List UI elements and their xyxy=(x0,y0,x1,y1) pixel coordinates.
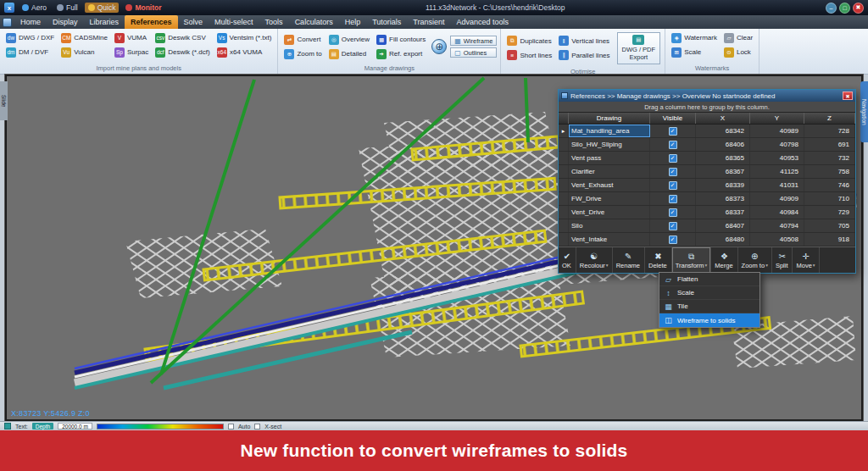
ribbon-button[interactable]: ▱ Clear xyxy=(721,30,755,45)
table-row[interactable]: Vent_Intake 68480 40508 918 xyxy=(559,233,855,247)
panel-toolbar-button[interactable]: ☯ Recolour▾ xyxy=(576,247,613,273)
panel-toolbar-button[interactable]: ✔ OK xyxy=(559,247,576,273)
quick-access-item[interactable]: Full xyxy=(53,3,81,13)
table-row[interactable]: Clarifier 68367 41125 758 xyxy=(559,165,855,179)
menu-tab[interactable]: Display xyxy=(47,15,84,29)
ribbon-button[interactable]: ∥ Parallel lines xyxy=(556,48,612,63)
group-by-dropzone[interactable]: Drag a column here to group by this colu… xyxy=(559,102,855,113)
visible-checkbox[interactable] xyxy=(669,208,677,217)
dropdown-menu-item[interactable]: ◫ Wireframe to solids xyxy=(659,313,760,327)
table-row[interactable]: Vent pass 68365 40953 732 xyxy=(559,152,855,165)
ribbon-button[interactable]: Vs Ventsim (*.txt) xyxy=(214,30,275,45)
quick-access-item[interactable]: Monitor xyxy=(122,3,164,13)
ribbon-button[interactable]: ⊞ Scale xyxy=(669,45,720,59)
ribbon-button[interactable]: Sp Surpac xyxy=(112,45,151,59)
ribbon-button[interactable]: CM CADSMine xyxy=(58,30,110,45)
dwg-pdf-export-button[interactable]: ▤ DWG / PDF Export xyxy=(617,32,661,64)
ribbon-button[interactable]: ≡ Short lines xyxy=(504,48,554,63)
quick-access-item[interactable]: Quick xyxy=(85,3,120,13)
drawing-name-cell[interactable]: Vent_Drive xyxy=(569,206,650,219)
ribbon-button[interactable]: Vu Vulcan xyxy=(58,45,110,59)
menu-tab[interactable]: Tutorials xyxy=(366,15,407,29)
ribbon-button[interactable]: dcf Deswik (*.dcf) xyxy=(153,45,212,59)
depth-chip[interactable]: Depth xyxy=(32,423,53,429)
ribbon-button[interactable]: ⧉ Duplicates xyxy=(504,34,554,48)
drawing-name-cell[interactable]: Vent_Intake xyxy=(569,233,650,246)
visible-checkbox[interactable] xyxy=(669,127,677,136)
menu-tab[interactable]: Calculators xyxy=(289,15,339,29)
ribbon-button[interactable]: ➔ Ref. export xyxy=(374,47,428,61)
xsect-checkbox[interactable] xyxy=(254,424,260,429)
ribbon-button[interactable]: ▤ Detailed xyxy=(326,47,372,61)
viewport-3d[interactable]: X:83723 Y:5426.9 Z:0 References >> Manag… xyxy=(5,75,863,421)
drawing-name-cell[interactable]: Clarifier xyxy=(569,165,650,178)
visible-checkbox[interactable] xyxy=(669,236,677,244)
depth-value-field[interactable]: 20000.0 m xyxy=(58,423,92,429)
menu-tab[interactable]: Libraries xyxy=(84,15,125,29)
auto-checkbox[interactable] xyxy=(228,424,234,429)
ribbon-button[interactable]: dm DM / DVF xyxy=(3,45,57,59)
column-header-visible[interactable]: Visible xyxy=(650,113,696,124)
visible-checkbox[interactable] xyxy=(669,195,677,203)
wireframe-toggle-button[interactable]: ▦ Wireframe xyxy=(450,36,497,46)
close-icon[interactable]: ✖ xyxy=(843,91,853,100)
drawing-name-cell[interactable]: Vent pass xyxy=(569,152,650,164)
navigation-flyout-tab[interactable]: Navigation xyxy=(860,81,868,142)
drawing-name-cell[interactable]: Mat_handling_area xyxy=(569,125,650,137)
outlines-toggle-button[interactable]: ▢ Outlines xyxy=(450,47,497,58)
dropdown-menu-item[interactable]: ↕ Scale xyxy=(659,286,760,300)
drawing-name-cell[interactable]: Silo xyxy=(569,219,650,232)
table-row[interactable]: FW_Drive 68373 40909 710 xyxy=(559,192,855,206)
minimize-button[interactable]: – xyxy=(826,3,837,14)
menu-tab[interactable]: Home xyxy=(14,15,47,29)
panel-toolbar-button[interactable]: ✎ Rename xyxy=(613,247,645,273)
panel-toolbar-button[interactable]: ✖ Delete xyxy=(645,247,672,273)
ribbon-button[interactable]: ◈ Watermark xyxy=(669,30,720,45)
menu-tab[interactable]: Multi-select xyxy=(209,15,259,29)
panel-header[interactable]: References >> Manage drawings >> Overvie… xyxy=(559,90,855,102)
column-header-z[interactable]: Z xyxy=(804,113,855,124)
menu-tab[interactable]: Solve xyxy=(178,15,209,29)
drawing-name-cell[interactable]: FW_Drive xyxy=(569,192,650,205)
table-row[interactable]: Vent_Drive 68337 40984 729 xyxy=(559,206,855,219)
maximize-button[interactable]: □ xyxy=(839,3,850,14)
panel-toolbar-button[interactable]: ✛ Move▾ xyxy=(793,247,819,273)
visible-checkbox[interactable] xyxy=(669,181,677,190)
dropdown-menu-item[interactable]: ▱ Flatten xyxy=(659,273,760,286)
ribbon-button[interactable]: csv Deswik CSV xyxy=(153,30,212,45)
visible-checkbox[interactable] xyxy=(669,168,677,176)
ribbon-button[interactable]: ⇄ Convert xyxy=(281,32,324,47)
ribbon-button[interactable]: ◎ Overview xyxy=(326,32,372,47)
dropdown-menu-item[interactable]: ▦ Tile xyxy=(659,300,760,313)
close-button[interactable]: ✖ xyxy=(853,3,864,14)
table-row[interactable]: Mat_handling_area 68342 40989 728 xyxy=(559,125,855,138)
ribbon-button[interactable]: dw DWG / DXF xyxy=(3,30,57,45)
visible-checkbox[interactable] xyxy=(669,141,677,149)
drawing-name-cell[interactable]: Vent_Exhaust xyxy=(569,179,650,191)
panel-toolbar-button[interactable]: ⧉ Transform▾ xyxy=(672,247,712,273)
ribbon-button[interactable]: ⊙ Lock xyxy=(721,45,755,59)
table-row[interactable]: Vent_Exhaust 68339 41031 746 xyxy=(559,179,855,192)
window-menu-icon[interactable] xyxy=(3,18,12,27)
table-row[interactable]: Silo 68407 40794 705 xyxy=(559,219,855,233)
menu-tab[interactable]: Help xyxy=(339,15,367,29)
ribbon-button[interactable]: x64 x64 VUMA xyxy=(214,45,275,59)
column-header-drawing[interactable]: Drawing xyxy=(569,113,650,124)
ribbon-button[interactable]: V VUMA xyxy=(112,30,151,45)
column-header-x[interactable]: X xyxy=(696,113,750,124)
panel-toolbar-button[interactable]: ❖ Merge xyxy=(711,247,737,273)
menu-tab[interactable]: References xyxy=(125,15,178,29)
visible-checkbox[interactable] xyxy=(669,222,677,230)
ribbon-button[interactable]: ▩ Fill contours xyxy=(374,32,428,47)
column-header-y[interactable]: Y xyxy=(750,113,804,124)
menu-tab[interactable]: Transient xyxy=(407,15,450,29)
visible-checkbox[interactable] xyxy=(669,154,677,163)
menu-tab[interactable]: Tools xyxy=(259,15,289,29)
table-row[interactable]: Silo_HW_Sliping 68406 40798 691 xyxy=(559,138,855,152)
panel-toolbar-button[interactable]: ✂ Split xyxy=(772,247,793,273)
drawing-name-cell[interactable]: Silo_HW_Sliping xyxy=(569,138,650,151)
panel-toolbar-button[interactable]: ⊕ Zoom to▾ xyxy=(738,247,772,273)
quick-access-item[interactable]: Aero xyxy=(19,3,50,13)
menu-tab[interactable]: Advanced tools xyxy=(451,15,515,29)
ribbon-button[interactable]: ⊕ Zoom to xyxy=(281,47,324,61)
